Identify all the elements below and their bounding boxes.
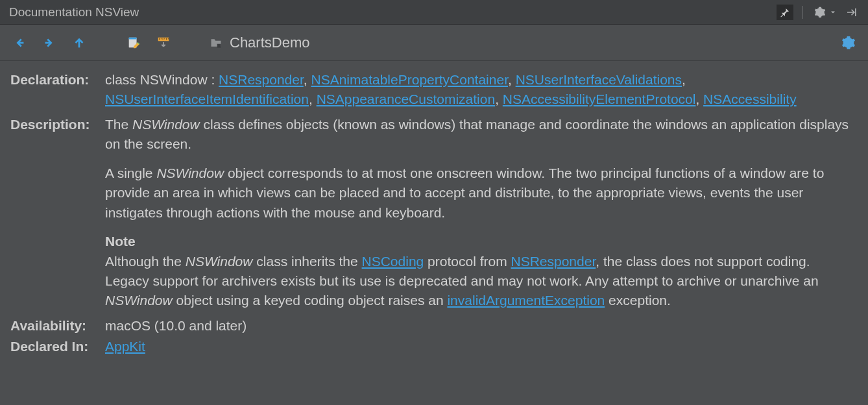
declaredin-value: AppKit (105, 337, 858, 356)
link-appkit[interactable]: AppKit (105, 339, 145, 354)
declaration-label: Declaration: (10, 70, 105, 90)
folder-icon (209, 36, 223, 49)
link-nsanimatablepropertycontainer[interactable]: NSAnimatablePropertyContainer (311, 72, 508, 87)
link-nsuserinterfaceitemidentification[interactable]: NSUserInterfaceItemIdentification (105, 92, 309, 106)
link-nscoding[interactable]: NSCoding (362, 254, 424, 269)
svg-rect-6 (217, 43, 221, 47)
link-nsaccessibility[interactable]: NSAccessibility (703, 92, 797, 106)
availability-value: macOS (10.0 and later) (105, 316, 858, 336)
forward-icon[interactable] (40, 34, 58, 52)
description-row: Description: The NSWindow class defines … (10, 115, 858, 311)
breadcrumb[interactable]: ChartsDemo (209, 34, 309, 51)
up-icon[interactable] (70, 34, 88, 52)
title-bar: Documentation NSView (0, 0, 868, 25)
description-label: Description: (10, 115, 105, 134)
declaration-prefix: class NSWindow : (105, 72, 219, 87)
description-value: The NSWindow class defines objects (know… (105, 115, 858, 311)
gear-icon[interactable] (812, 5, 828, 20)
description-paragraph-1: The NSWindow class defines objects (know… (105, 115, 858, 154)
declaredin-label: Declared In: (10, 337, 105, 356)
link-nsuserinterfacevalidations[interactable]: NSUserInterfaceValidations (516, 72, 682, 87)
ruler-down-icon[interactable] (154, 34, 173, 52)
breadcrumb-label: ChartsDemo (230, 34, 309, 51)
svg-rect-5 (158, 37, 169, 41)
edit-source-icon[interactable] (125, 34, 143, 52)
chevron-down-small-icon[interactable] (829, 5, 837, 20)
pin-icon[interactable] (777, 5, 793, 20)
collapse-icon[interactable] (843, 5, 859, 20)
declaration-value: class NSWindow : NSResponder, NSAnimatab… (105, 70, 858, 110)
svg-rect-4 (129, 37, 137, 39)
link-nsappearancecustomization[interactable]: NSAppearanceCustomization (317, 92, 495, 106)
settings-gear-icon[interactable] (839, 34, 858, 52)
availability-label: Availability: (10, 316, 105, 336)
declaration-row: Declaration: class NSWindow : NSResponde… (10, 70, 858, 110)
svg-rect-2 (45, 42, 51, 43)
availability-row: Availability: macOS (10.0 and later) (10, 316, 858, 336)
description-note: Note Although the NSWindow class inherit… (105, 232, 858, 311)
note-heading: Note (105, 234, 136, 249)
toolbar: ChartsDemo (0, 25, 868, 61)
back-icon[interactable] (10, 34, 29, 52)
svg-rect-0 (855, 8, 856, 16)
link-invalidargumentexception[interactable]: invalidArgumentException (447, 293, 605, 308)
link-nsresponder-2[interactable]: NSResponder (511, 254, 596, 269)
titlebar-right-controls (777, 5, 859, 20)
declaredin-row: Declared In: AppKit (10, 337, 858, 356)
description-paragraph-2: A single NSWindow object corresponds to … (105, 164, 858, 223)
link-nsresponder[interactable]: NSResponder (219, 72, 304, 87)
documentation-content: Declaration: class NSWindow : NSResponde… (0, 61, 868, 375)
separator (802, 6, 803, 19)
svg-rect-1 (18, 42, 23, 43)
window-title: Documentation NSView (9, 5, 777, 19)
link-nsaccessibilityelementprotocol[interactable]: NSAccessibilityElementProtocol (503, 92, 696, 106)
